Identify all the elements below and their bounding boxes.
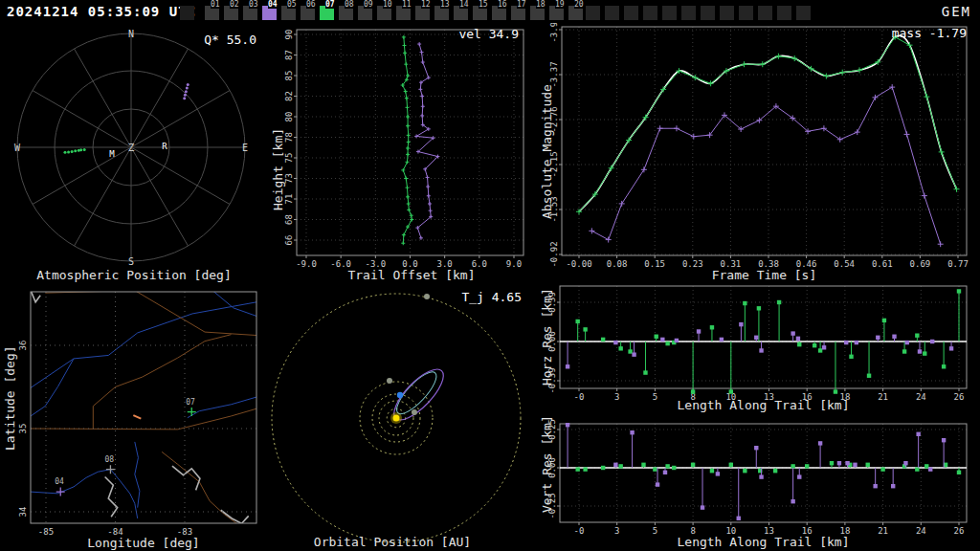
horz-res-xlabel: Length Along Trail [km] [560, 398, 967, 412]
panel-residuals: -0358101316182124260.390.00-0.39-0358101… [536, 283, 980, 551]
station-indicator-12: 12 [415, 6, 430, 20]
trail-offset-plot: -9.0-6.0-3.00.03.06.09.06668717375788082… [268, 23, 536, 283]
station-number: 02 [230, 0, 239, 9]
latitude-ylabel: Latitude [deg] [3, 345, 17, 451]
svg-text:87: 87 [284, 50, 294, 60]
station-indicator-05: 05 [281, 6, 296, 20]
svg-text:90: 90 [284, 30, 294, 40]
trail-offset-xlabel: Trail Offset [km] [287, 268, 536, 282]
marker-m: M [109, 149, 115, 159]
svg-text:-0.92: -0.92 [549, 241, 559, 267]
longitude-xlabel: Longitude [deg] [31, 536, 256, 550]
station-number: 18 [536, 0, 546, 9]
station-number: 19 [555, 0, 565, 9]
svg-text:78: 78 [284, 132, 294, 143]
svg-text:07: 07 [186, 398, 195, 407]
station-indicator-09: 09 [358, 6, 372, 20]
panel-atmospheric-position: NSEWZMR Q* 55.0 Atmospheric Position [de… [0, 23, 268, 283]
station-slot-empty [796, 6, 811, 20]
top-bar: 20241214 05:35:09 UTC 010203040506070809… [0, 0, 980, 23]
svg-text:82: 82 [284, 91, 294, 101]
atmospheric-position-plot: NSEWZMR [0, 23, 268, 283]
svg-text:34: 34 [18, 507, 28, 518]
compass-east-label: E [242, 143, 248, 153]
light-curve-plot: -0.000.080.150.230.310.380.460.540.610.6… [536, 23, 980, 283]
velocity-label: vel 34.9 [458, 27, 519, 41]
svg-text:71: 71 [284, 194, 294, 205]
height-ylabel: Height [km] [271, 128, 285, 210]
station-indicator-17: 17 [511, 6, 525, 20]
vert-res-xlabel: Length Along Trail [km] [560, 535, 967, 549]
station-number: 09 [364, 0, 373, 9]
svg-text:08: 08 [104, 455, 114, 464]
lake-shape [105, 476, 118, 517]
station-number: 17 [517, 0, 526, 9]
station-slot-empty [624, 6, 638, 20]
mars-dot [387, 378, 392, 384]
q-star-label: Q* 55.0 [204, 33, 256, 47]
station-number: 06 [306, 0, 316, 9]
frame-time-xlabel: Frame Time [s] [562, 268, 967, 282]
station-indicator-03: 03 [243, 6, 257, 20]
vert-res-ylabel: Vert Res [km] [540, 415, 554, 513]
shower-code: GEM [942, 4, 971, 19]
axes: -0358101316182124260.250.00-0.25 [547, 419, 967, 536]
station-number: 10 [383, 0, 392, 9]
station-04-residuals [566, 322, 953, 369]
station-number: 12 [421, 0, 431, 9]
station-indicator-19: 19 [549, 6, 564, 20]
tisserand-label: T_j 4.65 [461, 290, 522, 304]
station-indicator-16: 16 [492, 6, 506, 20]
station-slot-empty [720, 6, 734, 20]
station-slot-empty [662, 6, 677, 20]
svg-text:80: 80 [284, 112, 294, 122]
svg-text:73: 73 [284, 173, 294, 184]
orbital-position-plot [268, 283, 536, 551]
svg-text:-3.98: -3.98 [549, 23, 559, 43]
station-number: 03 [249, 0, 258, 9]
station-slot-empty [605, 6, 619, 20]
station-slot-empty [643, 6, 657, 20]
atmospheric-position-title: Atmospheric Position [deg] [0, 268, 268, 282]
station-number: 15 [479, 0, 488, 9]
station-number: 04 [268, 0, 278, 9]
station-07-series [401, 35, 414, 245]
meteor-event-dashboard: 20241214 05:35:09 UTC 010203040506070809… [0, 0, 980, 551]
station-07-series [576, 34, 960, 215]
station-number: 01 [211, 0, 220, 9]
mass-label: mass -1.79 [892, 26, 967, 40]
marker-r: R [162, 142, 167, 151]
station-indicator-02: 02 [224, 6, 238, 20]
panel-trail-offset: -9.0-6.0-3.00.03.06.09.06668717375788082… [268, 23, 536, 283]
panel-ground-map: -85-84-83343536070408 Longitude [deg] La… [0, 283, 268, 551]
sun-dot [393, 415, 400, 422]
station-slot-empty [180, 6, 194, 20]
station-slot-empty [758, 6, 772, 20]
panel-orbit: T_j 4.65 Orbital Position [AU] [268, 283, 536, 551]
svg-text:68: 68 [284, 214, 294, 225]
station-indicator-01: 01 [205, 6, 219, 20]
ground-map-plot: -85-84-83343536070408 [0, 283, 268, 551]
station-number: 07 [325, 0, 335, 9]
lake-shape [172, 466, 200, 490]
station-number: 20 [574, 0, 584, 9]
meteor-ground-track [133, 415, 141, 418]
station-indicator-08: 08 [339, 6, 353, 20]
river-line [31, 359, 74, 416]
station-slot-empty [777, 6, 791, 20]
station-number: 14 [459, 0, 469, 9]
station-number: 16 [498, 0, 507, 9]
zenith-label: Z [128, 142, 135, 154]
station-indicator-07: 07 [320, 6, 334, 20]
absolute-magnitude-ylabel: Absolute Magnitude [540, 84, 554, 219]
station-indicator-14: 14 [454, 6, 468, 20]
earth-dot [397, 392, 403, 398]
compass-south-label: S [128, 256, 134, 267]
utc-timestamp: 20241214 05:35:09 UTC [7, 4, 196, 19]
map-station-08: 08 [104, 455, 115, 474]
map-features [31, 291, 256, 525]
station-slot-empty [586, 6, 600, 20]
station-indicator-04: 04 [262, 6, 277, 20]
axes: -0.000.080.150.230.310.380.460.540.610.6… [549, 23, 969, 269]
station-number: 08 [345, 0, 354, 9]
